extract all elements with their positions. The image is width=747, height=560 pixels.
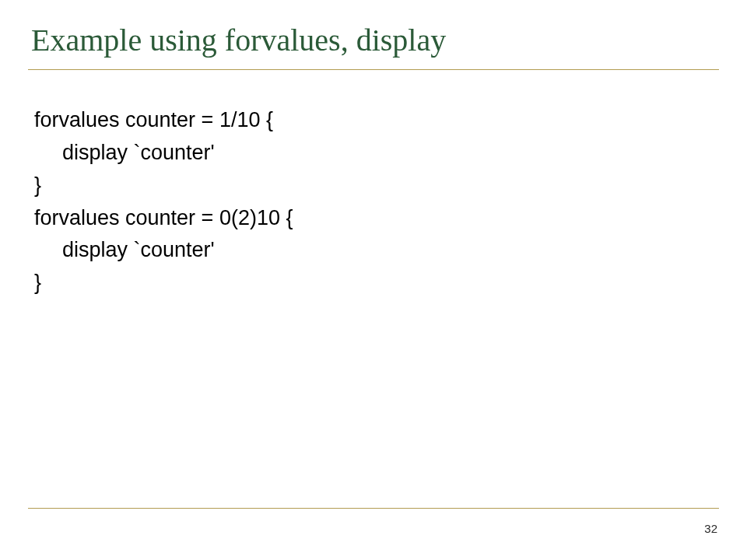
code-line: forvalues counter = 0(2)10 { bbox=[34, 202, 719, 235]
footer-divider bbox=[28, 508, 719, 509]
code-line: forvalues counter = 1/10 { bbox=[34, 104, 719, 137]
code-line: } bbox=[34, 267, 719, 299]
code-line: display `counter' bbox=[34, 234, 719, 267]
code-block: forvalues counter = 1/10 { display `coun… bbox=[34, 104, 719, 299]
slide-title: Example using forvalues, display bbox=[31, 22, 719, 58]
code-line: display `counter' bbox=[34, 137, 719, 170]
title-divider bbox=[28, 69, 719, 70]
code-line: } bbox=[34, 170, 719, 202]
slide: Example using forvalues, display forvalu… bbox=[0, 0, 747, 560]
page-number: 32 bbox=[704, 522, 717, 535]
